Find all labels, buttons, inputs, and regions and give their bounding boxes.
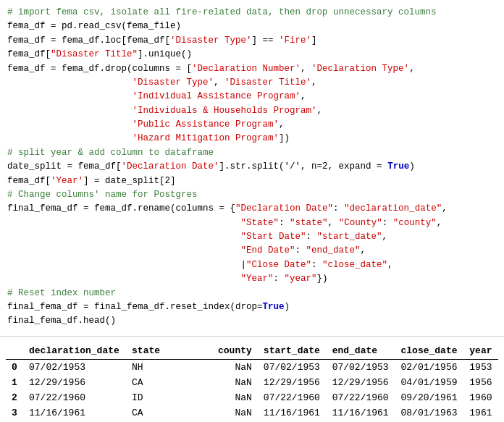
- code-line-9: 'Hazard Mitigation Program']): [7, 133, 290, 143]
- table-cell: NaN: [167, 405, 258, 421]
- code-line-10: date_split = fema_df['Declaration Date']…: [7, 161, 415, 172]
- table-cell: NaN: [167, 390, 258, 405]
- table-cell: 07/02/1953: [327, 359, 395, 375]
- table-cell: 2: [6, 390, 23, 405]
- table-cell: NH: [126, 359, 166, 375]
- code-line-3: fema_df["Disaster Title"].unique(): [7, 49, 192, 59]
- table-row: 207/22/1960IDNaN07/22/196007/22/196009/2…: [6, 390, 498, 405]
- col-header-index: [6, 344, 23, 360]
- comment-line-2: # split year & add column to dataframe: [7, 148, 214, 158]
- code-line-1: fema_df = pd.read_csv(fema_file): [7, 21, 181, 31]
- results-table: declaration_date state county start_date…: [6, 344, 498, 422]
- table-cell: 07/22/1960: [327, 390, 395, 405]
- code-line-7: 'Individuals & Households Program',: [7, 106, 322, 116]
- code-line-5: 'Disaster Type', 'Disaster Title',: [7, 77, 317, 88]
- comment-line-1: # import fema csv, isolate all fire-rela…: [7, 7, 437, 17]
- table-cell: 11/16/1961: [327, 405, 395, 421]
- code-line-12: final_fema_df = fema_df.rename(columns =…: [7, 203, 448, 214]
- table-cell: 07/02/1953: [23, 359, 126, 375]
- col-header-declaration-date: declaration_date: [23, 344, 126, 360]
- table-cell: 1960: [463, 390, 498, 405]
- table-header-row: declaration_date state county start_date…: [6, 344, 498, 360]
- table-cell: 1956: [463, 375, 498, 390]
- table-cell: 12/29/1956: [23, 375, 126, 390]
- table-cell: 1961: [463, 405, 498, 421]
- table-cell: 11/16/1961: [258, 405, 327, 421]
- table-cell: 0: [6, 359, 23, 375]
- comment-line-3: # Change columns' name for Postgres: [7, 190, 198, 200]
- comment-line-4: # Reset index number: [7, 288, 116, 298]
- code-line-17: "Year": "year"}): [7, 274, 328, 284]
- code-line-11: fema_df['Year'] = date_split[2]: [7, 176, 176, 186]
- table-cell: 12/29/1956: [258, 375, 327, 390]
- col-header-state: state: [126, 344, 166, 360]
- code-line-16: |"Close Date": "close_date",: [7, 260, 393, 270]
- table-body: 007/02/1953NHNaN07/02/195307/02/195302/0…: [6, 359, 498, 422]
- table-row: 112/29/1956CANaN12/29/195612/29/195604/0…: [6, 375, 498, 390]
- table-cell: CA: [126, 375, 166, 390]
- table-cell: 08/01/1963: [395, 405, 463, 421]
- code-line-18: final_fema_df = final_fema_df.reset_inde…: [7, 302, 290, 312]
- code-line-19: final_fema_df.head(): [7, 316, 116, 326]
- code-line-6: 'Individual Assistance Program',: [7, 91, 306, 101]
- table-cell: 02/01/1956: [395, 359, 463, 375]
- table-cell: CA: [126, 405, 166, 421]
- col-header-start-date: start_date: [258, 344, 327, 360]
- col-header-county: county: [167, 344, 258, 360]
- table-row: 007/02/1953NHNaN07/02/195307/02/195302/0…: [6, 359, 498, 375]
- col-header-end-date: end_date: [327, 344, 395, 360]
- code-line-8: 'Public Assistance Program',: [7, 119, 285, 130]
- table-row: 311/16/1961CANaN11/16/196111/16/196108/0…: [6, 405, 498, 421]
- table-cell: ID: [126, 390, 166, 405]
- table-cell: 12/29/1956: [327, 375, 395, 390]
- table-cell: 07/02/1953: [258, 359, 327, 375]
- table-cell: 07/22/1960: [23, 390, 126, 405]
- table-cell: 1953: [463, 359, 498, 375]
- table-cell: NaN: [167, 375, 258, 390]
- data-table-section: declaration_date state county start_date…: [0, 336, 504, 422]
- table-cell: 11/16/1961: [23, 405, 126, 421]
- code-line-13: "State": "state", "County": "county",: [7, 218, 442, 228]
- col-header-close-date: close_date: [395, 344, 463, 360]
- code-block: # import fema csv, isolate all fire-rela…: [0, 0, 504, 336]
- code-line-2-pre: fema_df = fema_df.loc[fema_df['Disaster …: [7, 35, 317, 46]
- code-line-14: "Start Date": "start_date",: [7, 232, 387, 242]
- table-cell: 04/01/1959: [395, 375, 463, 390]
- table-cell: NaN: [167, 359, 258, 375]
- table-cell: 1: [6, 375, 23, 390]
- code-line-4: fema_df = fema_df.drop(columns = ['Decla…: [7, 64, 415, 74]
- table-cell: 07/22/1960: [258, 390, 327, 405]
- table-cell: 09/20/1961: [395, 390, 463, 405]
- code-line-15: "End Date": "end_date",: [7, 245, 366, 256]
- table-cell: 3: [6, 405, 23, 421]
- col-header-year: year: [463, 344, 498, 360]
